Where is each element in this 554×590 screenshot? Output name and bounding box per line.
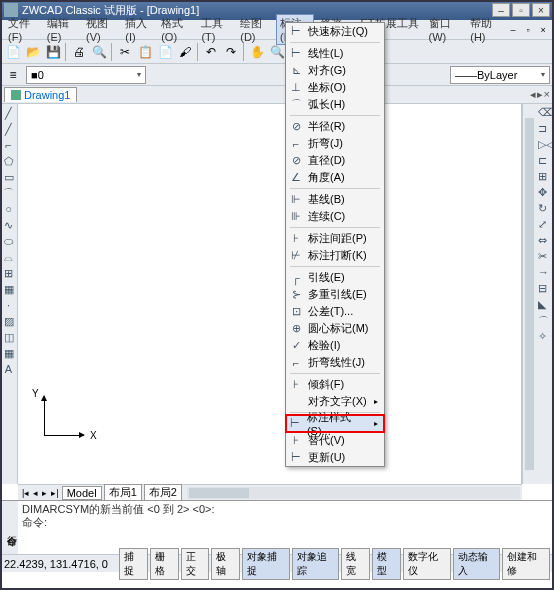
menu-item-25[interactable]: ⊦倾斜(F) — [286, 376, 384, 393]
layer-manager-icon[interactable]: ≡ — [4, 66, 22, 84]
menu-item-15[interactable]: ⊦标注间距(P) — [286, 230, 384, 247]
menu-item-10[interactable]: ∠角度(A) — [286, 169, 384, 186]
menu-view[interactable]: 视图(V) — [82, 14, 119, 45]
close-button[interactable]: × — [532, 3, 550, 17]
pline-icon[interactable]: ⌐ — [2, 138, 16, 152]
menu-item-13[interactable]: ⊪连续(C) — [286, 208, 384, 225]
ellipse-arc-icon[interactable]: ⌓ — [2, 250, 16, 264]
menu-edit[interactable]: 编辑(E) — [43, 14, 80, 45]
mirror-icon[interactable]: ▷◁ — [538, 138, 552, 152]
preview-icon[interactable]: 🔍 — [90, 43, 108, 61]
tab-close[interactable]: × — [544, 88, 550, 101]
menu-item-21[interactable]: ⊕圆心标记(M) — [286, 320, 384, 337]
doc-tab-drawing1[interactable]: Drawing1 — [4, 87, 77, 102]
mdi-close[interactable]: × — [536, 24, 550, 36]
move-icon[interactable]: ✥ — [538, 186, 552, 200]
status-dyn[interactable]: 动态输入 — [453, 548, 501, 580]
new-icon[interactable]: 📄 — [4, 43, 22, 61]
text-icon[interactable]: A — [2, 362, 16, 376]
line-icon[interactable]: ╱ — [2, 106, 16, 120]
explode-icon[interactable]: ✧ — [538, 330, 552, 344]
menu-item-8[interactable]: ⌐折弯(J) — [286, 135, 384, 152]
menu-item-19[interactable]: ⊱多重引线(E) — [286, 286, 384, 303]
region-icon[interactable]: ◫ — [2, 330, 16, 344]
drawing-canvas[interactable]: Y X — [18, 104, 522, 484]
layout-nav-last[interactable]: ▸| — [49, 488, 60, 498]
stretch-icon[interactable]: ⇔ — [538, 234, 552, 248]
menu-item-30[interactable]: ⊢更新(U) — [286, 449, 384, 466]
menu-item-9[interactable]: ⊘直径(D) — [286, 152, 384, 169]
layout-nav-prev[interactable]: ◂ — [31, 488, 40, 498]
ellipse-icon[interactable]: ⬭ — [2, 234, 16, 248]
offset-icon[interactable]: ⊏ — [538, 154, 552, 168]
menu-draw[interactable]: 绘图(D) — [236, 14, 274, 45]
status-lwt[interactable]: 线宽 — [341, 548, 370, 580]
menu-item-7[interactable]: ⊘半径(R) — [286, 118, 384, 135]
menu-item-12[interactable]: ⊩基线(B) — [286, 191, 384, 208]
open-icon[interactable]: 📂 — [24, 43, 42, 61]
menu-item-22[interactable]: ✓检验(I) — [286, 337, 384, 354]
zoom-icon[interactable]: 🔍 — [268, 43, 286, 61]
layout-tab-model[interactable]: Model — [62, 486, 102, 500]
status-snap[interactable]: 捕捉 — [119, 548, 148, 580]
undo-icon[interactable]: ↶ — [202, 43, 220, 61]
table-icon[interactable]: ▦ — [2, 346, 16, 360]
layout-tab-1[interactable]: 布局1 — [104, 484, 142, 501]
mdi-restore[interactable]: ▫ — [521, 24, 535, 36]
print-icon[interactable]: 🖨 — [70, 43, 88, 61]
tab-nav-right[interactable]: ▸ — [537, 88, 543, 101]
menu-insert[interactable]: 插入(I) — [121, 14, 155, 45]
block-icon[interactable]: ▦ — [2, 282, 16, 296]
layout-nav-next[interactable]: ▸ — [40, 488, 49, 498]
match-icon[interactable]: 🖌 — [176, 43, 194, 61]
maximize-button[interactable]: ▫ — [512, 3, 530, 17]
menu-item-2[interactable]: ⊢线性(L) — [286, 45, 384, 62]
menu-item-20[interactable]: ⊡公差(T)... — [286, 303, 384, 320]
arc-icon[interactable]: ⌒ — [2, 186, 16, 200]
vertical-scrollbar[interactable] — [522, 104, 536, 484]
layer-selector[interactable]: ■ 0 ▾ — [26, 66, 146, 84]
menu-help[interactable]: 帮助(H) — [466, 14, 504, 45]
erase-icon[interactable]: ⌫ — [538, 106, 552, 120]
menu-item-23[interactable]: ⌐折弯线性(J) — [286, 354, 384, 371]
circle-icon[interactable]: ○ — [2, 202, 16, 216]
menu-item-4[interactable]: ⊥坐标(O) — [286, 79, 384, 96]
hatch-icon[interactable]: ▨ — [2, 314, 16, 328]
status-last[interactable]: 创建和修 — [502, 548, 550, 580]
break-icon[interactable]: ⊟ — [538, 282, 552, 296]
paste-icon[interactable]: 📄 — [156, 43, 174, 61]
spline-icon[interactable]: ∿ — [2, 218, 16, 232]
extend-icon[interactable]: → — [538, 266, 552, 280]
fillet-icon[interactable]: ⌒ — [538, 314, 552, 328]
redo-icon[interactable]: ↷ — [222, 43, 240, 61]
array-icon[interactable]: ⊞ — [538, 170, 552, 184]
status-polar[interactable]: 极轴 — [211, 548, 240, 580]
menu-item-3[interactable]: ⊾对齐(G) — [286, 62, 384, 79]
point-icon[interactable]: · — [2, 298, 16, 312]
menu-item-0[interactable]: ⊢快速标注(Q) — [286, 23, 384, 40]
rotate-icon[interactable]: ↻ — [538, 202, 552, 216]
menu-item-5[interactable]: ⌒弧长(H) — [286, 96, 384, 113]
polygon-icon[interactable]: ⬠ — [2, 154, 16, 168]
linetype-selector[interactable]: —— ByLayer ▾ — [450, 66, 550, 84]
layout-tab-2[interactable]: 布局2 — [144, 484, 182, 501]
layout-nav-first[interactable]: |◂ — [20, 488, 31, 498]
menu-item-18[interactable]: ┌引线(E) — [286, 269, 384, 286]
chamfer-icon[interactable]: ◣ — [538, 298, 552, 312]
insert-icon[interactable]: ⊞ — [2, 266, 16, 280]
trim-icon[interactable]: ✂ — [538, 250, 552, 264]
copy-icon[interactable]: 📋 — [136, 43, 154, 61]
status-otrack[interactable]: 对象追踪 — [292, 548, 340, 580]
menu-item-28[interactable]: ⊢标注样式(S)...▸ — [286, 415, 384, 432]
command-text[interactable]: DIMARCSYM的新当前值 <0 到 2> <0>: 命令: — [18, 501, 554, 554]
pan-icon[interactable]: ✋ — [248, 43, 266, 61]
copy-obj-icon[interactable]: ⊐ — [538, 122, 552, 136]
menu-window[interactable]: 窗口(W) — [425, 14, 465, 45]
save-icon[interactable]: 💾 — [44, 43, 62, 61]
cut-icon[interactable]: ✂ — [116, 43, 134, 61]
xline-icon[interactable]: ╱ — [2, 122, 16, 136]
rect-icon[interactable]: ▭ — [2, 170, 16, 184]
menu-item-16[interactable]: ⊬标注打断(K) — [286, 247, 384, 264]
menu-file[interactable]: 文件(F) — [4, 14, 41, 45]
status-ortho[interactable]: 正交 — [181, 548, 210, 580]
